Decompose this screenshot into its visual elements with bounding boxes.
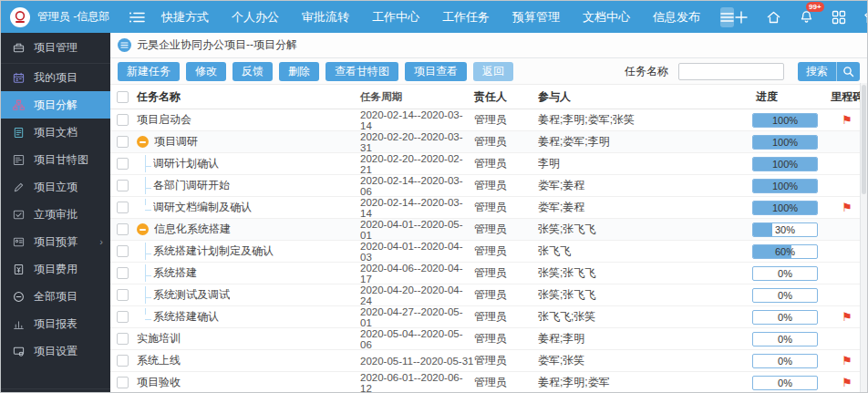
task-participants: 张飞飞;张笑 bbox=[538, 309, 743, 325]
vertical-scrollbar[interactable] bbox=[860, 83, 867, 392]
toolbar-button-3[interactable]: 删除 bbox=[279, 62, 319, 81]
nav-item-5[interactable]: 预算管理 bbox=[512, 9, 560, 26]
table-row[interactable]: 调研文档编制及确认2020-02-14--2020-03-14管理员娄军;姜程1… bbox=[110, 197, 867, 219]
sidebar-item-label: 项目预算 bbox=[34, 234, 78, 250]
table-row[interactable]: 系统搭建2020-04-06--2020-04-17管理员张笑;张飞飞0% bbox=[110, 263, 867, 284]
breadcrumb: 元昊企业协同办公项目--项目分解 bbox=[110, 33, 867, 58]
row-checkbox[interactable] bbox=[117, 180, 129, 191]
table-row[interactable]: 系统搭建计划制定及确认2020-04-01--2020-04-03管理员张飞飞6… bbox=[110, 241, 867, 263]
sidebar-item-label: 项目报表 bbox=[34, 316, 78, 332]
toolbar-button-0[interactable]: 新建任务 bbox=[118, 62, 180, 81]
nav-item-3[interactable]: 工作中心 bbox=[372, 9, 419, 26]
task-period: 2020-04-06--2020-04-17 bbox=[360, 263, 474, 284]
nav-item-1[interactable]: 个人办公 bbox=[232, 9, 279, 26]
toolbar-button-5[interactable]: 项目查看 bbox=[405, 62, 467, 81]
row-checkbox[interactable] bbox=[117, 267, 129, 279]
task-period: 2020-05-11--2020-05-31 bbox=[360, 356, 474, 367]
company-logo-icon bbox=[10, 7, 30, 27]
column-participants: 参与人 bbox=[538, 89, 743, 105]
nav-item-7[interactable]: 信息发布 bbox=[653, 9, 700, 26]
tree-connector bbox=[145, 188, 151, 189]
user-name: 管理员 -信息部 bbox=[37, 9, 109, 25]
search-label: 任务名称 bbox=[625, 64, 668, 79]
sidebar-item-8[interactable]: 项目费用 bbox=[1, 255, 110, 283]
select-all-checkbox[interactable] bbox=[117, 91, 129, 103]
nav-item-6[interactable]: 文档中心 bbox=[583, 9, 630, 26]
task-owner: 管理员 bbox=[474, 134, 538, 150]
sidebar-item-9[interactable]: 全部项目 bbox=[1, 283, 110, 310]
bell-icon[interactable]: 99+ bbox=[799, 9, 814, 25]
task-name-input[interactable] bbox=[678, 63, 784, 80]
collapse-toggle-icon[interactable] bbox=[137, 223, 149, 235]
column-owner: 责任人 bbox=[474, 89, 538, 105]
milestone-flag-icon: ⚑ bbox=[842, 376, 852, 389]
toolbar-button-6[interactable]: 返回 bbox=[473, 62, 513, 81]
table-row[interactable]: 实施培训2020-05-04--2020-05-06管理员姜程;李明0% bbox=[110, 328, 867, 350]
task-participants: 娄军;张笑 bbox=[538, 353, 743, 368]
row-checkbox[interactable] bbox=[117, 202, 129, 213]
row-checkbox[interactable] bbox=[117, 223, 129, 235]
sidebar-item-label: 项目文档 bbox=[34, 125, 78, 140]
more-menu-icon[interactable] bbox=[720, 7, 734, 27]
task-participants: 娄军;姜程 bbox=[538, 178, 743, 193]
collapse-toggle-icon[interactable] bbox=[137, 136, 149, 148]
table-row[interactable]: 项目启动会2020-02-14--2020-03-14管理员姜程;李明;娄军;张… bbox=[110, 109, 867, 131]
sidebar-item-5[interactable]: 项目立项 bbox=[1, 173, 110, 201]
shirt-icon[interactable] bbox=[863, 10, 868, 25]
nav-item-2[interactable]: 审批流转 bbox=[302, 9, 349, 26]
toolbar-button-2[interactable]: 反馈 bbox=[232, 62, 273, 81]
sidebar-item-10[interactable]: 项目报表 bbox=[1, 310, 110, 337]
tree-connector bbox=[145, 155, 146, 172]
task-owner: 管理员 bbox=[474, 331, 538, 346]
nav-item-4[interactable]: 工作任务 bbox=[442, 9, 490, 26]
table-row[interactable]: 系统测试及调试2020-04-20--2020-04-24管理员张笑;张飞飞0% bbox=[110, 284, 867, 306]
row-checkbox[interactable] bbox=[117, 289, 129, 301]
table-row[interactable]: 调研计划确认2020-02-20--2020-02-21管理员李明100% bbox=[110, 153, 867, 175]
grid-icon[interactable] bbox=[832, 10, 846, 25]
table-row[interactable]: 项目验收2020-06-01--2020-06-12管理员姜程;李明;娄军0%⚑ bbox=[110, 372, 867, 393]
search-icon bbox=[836, 62, 860, 81]
toolbar-button-4[interactable]: 查看甘特图 bbox=[326, 62, 398, 81]
sidebar-item-3[interactable]: 项目文档 bbox=[1, 119, 110, 146]
row-checkbox[interactable] bbox=[117, 136, 129, 148]
row-checkbox[interactable] bbox=[117, 377, 129, 388]
brand: 管理员 -信息部 bbox=[1, 7, 108, 27]
task-name: 系统搭建确认 bbox=[153, 309, 219, 325]
row-checkbox[interactable] bbox=[117, 114, 129, 126]
row-checkbox[interactable] bbox=[117, 311, 129, 323]
table-row[interactable]: 项目调研2020-02-20--2020-03-31管理员姜程;娄军;李明100… bbox=[110, 131, 867, 153]
milestone-flag-icon: ⚑ bbox=[842, 354, 852, 367]
sidebar: 项目管理我的项目项目分解项目文档项目甘特图项目立项立项审批项目预算›项目费用全部… bbox=[1, 33, 110, 392]
task-name: 系统测试及调试 bbox=[153, 287, 230, 303]
tree-connector bbox=[145, 308, 146, 315]
sidebar-item-1[interactable]: 我的项目 bbox=[1, 64, 110, 91]
sidebar-item-label: 项目管理 bbox=[34, 40, 78, 56]
row-checkbox[interactable] bbox=[117, 333, 129, 345]
row-checkbox[interactable] bbox=[117, 158, 129, 170]
sidebar-item-6[interactable]: 立项审批 bbox=[1, 201, 110, 228]
sidebar-item-4[interactable]: 项目甘特图 bbox=[1, 146, 110, 173]
table-row[interactable]: 系统搭建确认2020-04-27--2020-05-01管理员张飞飞;张笑0%⚑ bbox=[110, 306, 867, 328]
top-bar: 管理员 -信息部 快捷方式个人办公审批流转工作中心工作任务预算管理文档中心信息发… bbox=[1, 1, 867, 33]
sidebar-item-7[interactable]: 项目预算› bbox=[1, 228, 110, 255]
task-participants: 姜程;李明;娄军 bbox=[538, 375, 743, 390]
progress-value: 30% bbox=[753, 223, 817, 236]
column-task-period: 任务周期 bbox=[360, 90, 474, 104]
table-row[interactable]: 各部门调研开始2020-02-14--2020-03-06管理员娄军;姜程100… bbox=[110, 175, 867, 197]
scrollbar-thumb[interactable] bbox=[862, 85, 866, 194]
sidebar-item-11[interactable]: 项目设置 bbox=[1, 337, 110, 365]
task-name: 系统上线 bbox=[137, 353, 181, 368]
table-row[interactable]: 信息化系统搭建2020-04-01--2020-05-01管理员张笑;张飞飞30… bbox=[110, 219, 867, 241]
sidebar-collapse-icon[interactable] bbox=[129, 11, 147, 24]
toolbar-button-1[interactable]: 修改 bbox=[186, 62, 226, 81]
table-row[interactable]: 系统上线2020-05-11--2020-05-31管理员娄军;张笑0%⚑ bbox=[110, 350, 867, 372]
plus-icon[interactable] bbox=[734, 10, 749, 25]
task-period: 2020-02-14--2020-03-14 bbox=[360, 197, 474, 219]
search-button[interactable]: 搜索 bbox=[798, 62, 860, 81]
row-checkbox[interactable] bbox=[117, 355, 129, 367]
sidebar-item-0[interactable]: 项目管理 bbox=[1, 33, 110, 64]
sidebar-item-2[interactable]: 项目分解 bbox=[1, 91, 110, 119]
row-checkbox[interactable] bbox=[117, 245, 129, 257]
nav-item-0[interactable]: 快捷方式 bbox=[161, 9, 209, 26]
home-icon[interactable] bbox=[766, 10, 781, 25]
